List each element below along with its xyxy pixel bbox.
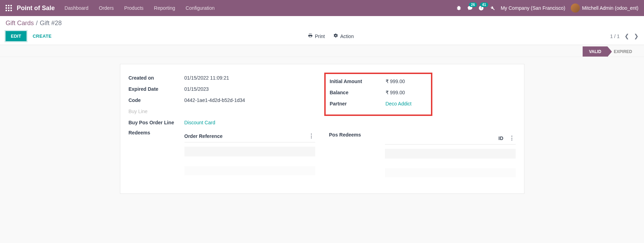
action-button[interactable]: Action <box>333 33 354 39</box>
buy-line-label: Buy Line <box>129 109 184 114</box>
balance-value: ₹ 999.00 <box>386 90 427 95</box>
partner-value[interactable]: Deco Addict <box>386 101 427 106</box>
nav-link-configuration[interactable]: Configuration <box>185 5 214 11</box>
breadcrumb-sep: / <box>36 20 38 27</box>
create-button[interactable]: CREATE <box>33 34 52 39</box>
company-selector[interactable]: My Company (San Francisco) <box>501 5 565 11</box>
nav-link-reporting[interactable]: Reporting <box>154 5 175 11</box>
status-bar: VALID EXPIRED <box>0 45 644 57</box>
app-brand[interactable]: Point of Sale <box>17 5 55 12</box>
nav-link-orders[interactable]: Orders <box>99 5 114 11</box>
activities-icon[interactable]: 41 <box>478 5 484 11</box>
created-on-value: 01/15/2022 11:09:21 <box>184 75 315 81</box>
pager-next[interactable]: ❯ <box>634 33 638 39</box>
table-row[interactable] <box>184 147 315 156</box>
print-label: Print <box>315 34 325 39</box>
form-left-column: Created on 01/15/2022 11:09:21 Expired D… <box>129 74 315 184</box>
id-header[interactable]: ID <box>499 135 503 141</box>
gear-icon <box>333 33 338 39</box>
messages-icon[interactable]: 26 <box>467 5 473 11</box>
nav-right-group: 26 41 My Company (San Francisco) Mitchel… <box>456 3 638 13</box>
code-value: 0442-1ae1-4d2d-b52d-1d34 <box>184 97 315 103</box>
pos-redeems-label: Pos Redeems <box>329 132 385 138</box>
expired-date-label: Expired Date <box>129 86 184 92</box>
buy-pos-order-line-label: Buy Pos Order Line <box>129 120 184 125</box>
breadcrumb: Gift Cards / Gift #28 <box>6 20 638 27</box>
print-icon <box>308 33 313 39</box>
status-expired[interactable]: EXPIRED <box>607 46 638 57</box>
center-actions: Print Action <box>52 33 610 39</box>
buy-pos-order-line-value[interactable]: Discount Card <box>184 120 315 125</box>
edit-button[interactable]: EDIT <box>6 31 26 41</box>
sheet-wrap: Created on 01/15/2022 11:09:21 Expired D… <box>0 57 644 201</box>
pager-text: 1 / 1 <box>610 34 620 39</box>
initial-amount-value: ₹ 999.00 <box>386 79 427 84</box>
initial-amount-label: Initial Amount <box>330 79 386 84</box>
redeems-options-icon[interactable]: ⋮ <box>309 133 314 139</box>
pager: 1 / 1 ❮ ❯ <box>610 33 638 39</box>
redeems-label: Redeems <box>129 130 184 135</box>
breadcrumb-current: Gift #28 <box>40 20 62 27</box>
order-reference-header[interactable]: Order Reference <box>184 133 223 139</box>
table-row[interactable] <box>385 168 516 177</box>
control-panel: Gift Cards / Gift #28 EDIT CREATE Print … <box>0 16 644 45</box>
status-valid[interactable]: VALID <box>583 46 607 57</box>
user-menu[interactable]: Mitchell Admin (odoo_ent) <box>571 3 638 13</box>
tools-icon[interactable] <box>490 5 495 11</box>
apps-icon[interactable] <box>6 5 12 11</box>
messages-badge: 26 <box>469 2 477 7</box>
form-right-column: Initial Amount ₹ 999.00 Balance ₹ 999.00… <box>329 74 516 184</box>
print-button[interactable]: Print <box>308 33 325 39</box>
user-avatar-icon <box>571 3 580 13</box>
nav-links: Dashboard Orders Products Reporting Conf… <box>65 5 215 11</box>
table-row[interactable] <box>184 166 315 175</box>
user-label: Mitchell Admin (odoo_ent) <box>582 5 638 11</box>
pager-prev[interactable]: ❮ <box>624 33 629 39</box>
table-row[interactable] <box>385 149 516 159</box>
highlight-annotation: Initial Amount ₹ 999.00 Balance ₹ 999.00… <box>324 73 432 116</box>
activities-badge: 41 <box>480 2 488 7</box>
created-on-label: Created on <box>129 75 184 81</box>
form-sheet: Created on 01/15/2022 11:09:21 Expired D… <box>120 64 524 194</box>
pos-redeems-table: ID ⋮ <box>385 132 516 184</box>
redeems-table: Order Reference ⋮ <box>184 130 315 182</box>
code-label: Code <box>129 97 184 103</box>
partner-label: Partner <box>330 101 386 106</box>
action-label: Action <box>340 34 354 39</box>
balance-label: Balance <box>330 90 386 95</box>
top-navbar: Point of Sale Dashboard Orders Products … <box>0 0 644 16</box>
action-row: EDIT CREATE Print Action 1 / 1 ❮ ❯ <box>6 31 638 45</box>
nav-link-products[interactable]: Products <box>124 5 143 11</box>
breadcrumb-parent[interactable]: Gift Cards <box>6 20 34 27</box>
pos-redeems-options-icon[interactable]: ⋮ <box>509 135 514 141</box>
bug-icon[interactable] <box>456 5 462 11</box>
nav-link-dashboard[interactable]: Dashboard <box>65 5 89 11</box>
expired-date-value: 01/15/2023 <box>184 86 315 92</box>
